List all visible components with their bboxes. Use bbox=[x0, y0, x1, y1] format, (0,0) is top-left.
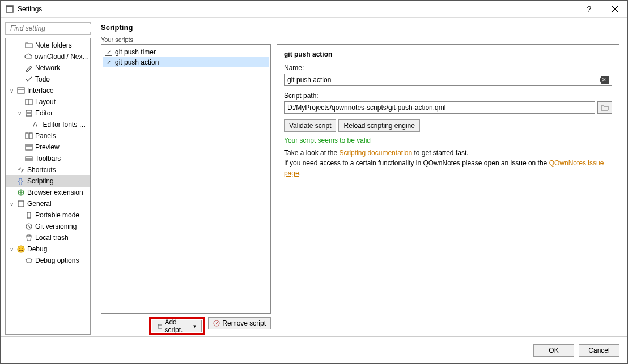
remove-script-button[interactable]: Remove script bbox=[208, 317, 271, 329]
shortcut-icon bbox=[16, 165, 26, 174]
tree-label: Preview bbox=[35, 143, 60, 151]
add-icon bbox=[157, 323, 162, 329]
checkbox[interactable]: ✓ bbox=[105, 49, 112, 56]
tree-label: Debug options bbox=[35, 256, 79, 264]
add-script-highlight: Add script. ▼ bbox=[149, 317, 205, 335]
general-icon bbox=[16, 199, 26, 208]
tree-item-network[interactable]: Network bbox=[6, 62, 90, 74]
search-input[interactable] bbox=[10, 24, 96, 32]
folder-icon bbox=[24, 41, 33, 50]
browse-button[interactable] bbox=[597, 101, 612, 114]
name-input[interactable] bbox=[287, 76, 600, 84]
script-item[interactable]: ✓git push action bbox=[103, 57, 269, 67]
name-label: Name: bbox=[284, 64, 612, 72]
svg-point-26 bbox=[19, 248, 20, 249]
tree-item-portable-mode[interactable]: Portable mode bbox=[6, 209, 90, 221]
svg-rect-15 bbox=[29, 133, 32, 139]
usb-icon bbox=[24, 211, 33, 220]
smile-icon bbox=[16, 245, 26, 254]
tree-item-panels[interactable]: Panels bbox=[6, 130, 90, 142]
settings-tree[interactable]: Note foldersownCloud / Nextcl…NetworkTod… bbox=[5, 38, 91, 335]
tree-item-debug[interactable]: ∨Debug bbox=[6, 243, 90, 255]
svg-rect-28 bbox=[27, 259, 31, 263]
search-box[interactable] bbox=[5, 22, 91, 35]
sidebar: Note foldersownCloud / Nextcl…NetworkTod… bbox=[1, 18, 94, 336]
tree-label: Editor bbox=[35, 109, 53, 117]
tree-item-editor-fonts-[interactable]: AEditor fonts & … bbox=[6, 119, 90, 130]
tree-item-git-versioning[interactable]: Git versioning bbox=[6, 221, 90, 232]
checkbox[interactable]: ✓ bbox=[105, 59, 112, 66]
ok-button[interactable]: OK bbox=[533, 344, 574, 357]
clock-icon bbox=[24, 222, 33, 231]
tree-label: Debug bbox=[27, 245, 47, 253]
tree-item-layout[interactable]: Layout bbox=[6, 96, 90, 108]
bug-icon bbox=[24, 256, 33, 265]
tree-item-interface[interactable]: ∨Interface bbox=[6, 85, 90, 96]
tree-label: Toolbars bbox=[35, 155, 61, 162]
tree-item-editor[interactable]: ∨Editor bbox=[6, 108, 90, 119]
trash-icon bbox=[24, 233, 33, 242]
svg-rect-6 bbox=[18, 88, 24, 93]
tree-item-debug-options[interactable]: Debug options bbox=[6, 255, 90, 266]
pencil-icon bbox=[24, 63, 33, 72]
doc-link[interactable]: Scripting documentation bbox=[339, 149, 412, 157]
svg-rect-18 bbox=[26, 157, 32, 159]
tree-label: Todo bbox=[35, 75, 50, 83]
add-script-button[interactable]: Add script. ▼ bbox=[152, 320, 202, 332]
tree-label: Local trash bbox=[35, 234, 69, 242]
app-icon bbox=[5, 5, 14, 14]
tree-label: Interface bbox=[27, 87, 54, 95]
svg-text:A: A bbox=[33, 121, 37, 129]
tree-label: Scripting bbox=[27, 177, 54, 185]
tree-label: Editor fonts & … bbox=[43, 121, 90, 129]
tree-item-shortcuts[interactable]: Shortcuts bbox=[6, 164, 90, 175]
tree-item-browser-extension[interactable]: Browser extension bbox=[6, 187, 90, 198]
svg-rect-16 bbox=[26, 144, 32, 150]
toolbar-icon bbox=[24, 154, 33, 163]
page-heading: Scripting bbox=[101, 23, 619, 32]
script-label: git push action bbox=[115, 58, 159, 66]
clear-icon[interactable]: ✕ bbox=[600, 76, 609, 84]
window-title: Settings bbox=[18, 5, 576, 13]
tree-item-local-trash[interactable]: Local trash bbox=[6, 232, 90, 243]
tree-item-preview[interactable]: Preview bbox=[6, 142, 90, 153]
script-label: git push timer bbox=[115, 48, 156, 56]
script-list[interactable]: ✓git push timer✓git push action bbox=[101, 44, 271, 314]
reload-button[interactable]: Reload scripting engine bbox=[338, 119, 419, 132]
svg-rect-8 bbox=[26, 99, 32, 105]
globe-icon bbox=[16, 188, 26, 197]
panels-icon bbox=[24, 131, 33, 140]
section-label: Your scripts bbox=[101, 36, 619, 43]
window-icon bbox=[16, 86, 26, 95]
path-input[interactable] bbox=[287, 104, 592, 112]
script-item[interactable]: ✓git push timer bbox=[103, 47, 269, 57]
expand-icon: ∨ bbox=[16, 110, 23, 117]
svg-rect-1 bbox=[6, 6, 13, 7]
cancel-button[interactable]: Cancel bbox=[579, 344, 619, 357]
svg-rect-23 bbox=[27, 212, 31, 218]
tree-item-todo[interactable]: Todo bbox=[6, 74, 90, 85]
tree-label: Portable mode bbox=[35, 211, 79, 219]
validate-button[interactable]: Validate script bbox=[284, 119, 336, 132]
close-button[interactable] bbox=[602, 1, 627, 18]
tree-label: Shortcuts bbox=[27, 166, 56, 174]
tree-item-owncloud-nextcl-[interactable]: ownCloud / Nextcl… bbox=[6, 51, 90, 62]
tree-label: General bbox=[27, 200, 52, 208]
remove-icon bbox=[213, 320, 220, 327]
help-button[interactable]: ? bbox=[576, 1, 602, 18]
tree-label: Layout bbox=[35, 98, 56, 106]
tree-label: Network bbox=[35, 64, 60, 72]
folder-icon bbox=[601, 104, 609, 111]
editor-icon bbox=[24, 109, 33, 118]
check-icon bbox=[24, 75, 33, 84]
expand-icon: ∨ bbox=[8, 246, 15, 252]
tree-item-general[interactable]: ∨General bbox=[6, 198, 90, 209]
help-text: Take a look at the Scripting documentati… bbox=[284, 148, 612, 178]
svg-rect-31 bbox=[158, 324, 162, 328]
tree-item-scripting[interactable]: {}Scripting bbox=[6, 175, 90, 187]
tree-item-note-folders[interactable]: Note folders bbox=[6, 40, 90, 51]
tree-item-toolbars[interactable]: Toolbars bbox=[6, 153, 90, 164]
main-panel: Scripting Your scripts ✓git push timer✓g… bbox=[94, 18, 627, 336]
preview-icon bbox=[24, 143, 33, 152]
cloud-icon bbox=[24, 52, 33, 61]
